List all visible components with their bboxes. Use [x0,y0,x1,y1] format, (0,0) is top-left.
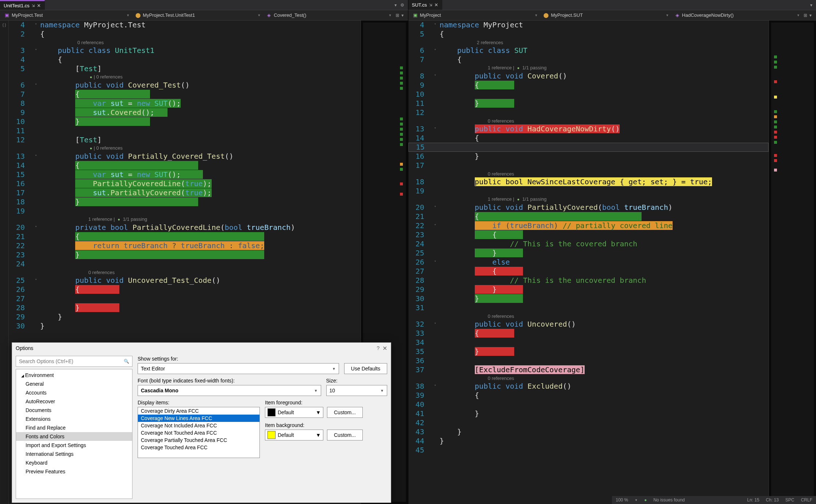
list-item[interactable]: Coverage Not Included Area FCC [138,422,259,429]
tab-bar-left: UnitTest1.cs ⇲ ✕ ▾ ⚙ [0,0,408,10]
chevron-down-icon: ▼ [666,14,669,17]
tab-title-left: UnitTest1.cs [4,3,30,8]
nav-project-combo[interactable]: ▣ MyProject ▼ [411,12,540,18]
chevron-down-icon: ▼ [332,367,336,371]
chevron-down-icon[interactable]: ▼ [635,499,638,502]
tree-item[interactable]: Keyboard [16,458,132,467]
chevron-down-icon[interactable]: ▾ [401,13,404,18]
search-options[interactable]: 🔍 [16,356,132,367]
nav-bar-right: ▣ MyProject ▼ ⬤ MyProject.SUT ▼ ◈ HadCov… [408,10,816,20]
list-item[interactable]: Coverage Dirty Area FCC [138,407,259,415]
list-item[interactable]: Coverage New Lines Area FCC [138,415,259,422]
codelens-refs[interactable]: 0 references [96,74,123,80]
close-icon[interactable]: ✕ [37,3,41,8]
options-tree[interactable]: ◢ Environment General Accounts AutoRecov… [16,369,132,499]
close-icon[interactable]: ✕ [434,2,438,8]
tree-item[interactable]: AutoRecover [16,397,132,406]
use-defaults-button[interactable]: Use Defaults [344,363,387,374]
codelens-passing[interactable]: 1/1 passing [521,196,547,202]
font-combo[interactable]: Cascadia Mono ▼ [138,385,321,396]
display-items-list[interactable]: Coverage Dirty Area FCC Coverage New Lin… [138,407,260,458]
size-combo[interactable]: 10 ▼ [326,385,388,396]
codelens-passing[interactable]: 1/1 passing [521,65,547,70]
tab-bar-right: SUT.cs ⇲ ✕ ▾ [408,0,816,10]
display-items-label: Display items: [138,400,260,405]
tree-item[interactable]: International Settings [16,450,132,458]
bg-color-combo[interactable]: Default ▼ [265,430,323,440]
pass-icon: ● [90,75,92,79]
status-zoom[interactable]: 100 % [616,497,628,503]
dropdown-icon[interactable]: ▾ [394,3,397,8]
tree-item[interactable]: Find and Replace [16,423,132,432]
show-settings-label: Show settings for: [138,356,339,362]
tree-item-environment[interactable]: ◢ Environment [16,371,132,380]
split-icon[interactable]: ⊞ [804,13,807,18]
nav-method-combo[interactable]: ◈ HadCoverageNowDirty() ▼ [673,12,802,18]
status-bar: 100 % ▼ ● No issues found Ln: 15 Ch: 13 … [612,496,816,504]
pass-icon: ● [517,197,520,201]
status-crlf[interactable]: CRLF [801,497,812,503]
tree-item[interactable]: Import and Export Settings [16,441,132,450]
codelens-refs[interactable]: 0 references [96,145,123,151]
nav-method-combo[interactable]: ◈ Covered_Test() ▼ [264,12,394,18]
chevron-down-icon: ▼ [389,14,392,17]
codelens-refs[interactable]: 0 references [37,38,104,47]
search-input[interactable] [19,358,122,364]
split-icon[interactable]: ⊞ [396,13,399,18]
dialog-title: Options [16,345,33,351]
close-icon[interactable]: ✕ [382,345,387,352]
fg-color-combo[interactable]: Default ▼ [265,407,323,418]
font-label: Font (bold type indicates fixed-width fo… [138,378,321,384]
csharp-project-icon: ▣ [4,13,9,18]
codelens-refs[interactable]: 2 references [437,38,503,47]
chevron-down-icon: ▼ [316,432,321,438]
nav-class-combo[interactable]: ⬤ MyProject.SUT ▼ [542,12,671,18]
pin-icon[interactable]: ⇲ [429,3,432,7]
custom-bg-button[interactable]: Custom... [327,430,363,440]
pin-icon[interactable]: ⇲ [32,4,35,8]
pass-icon: ● [90,146,92,150]
dropdown-icon[interactable]: ▾ [810,3,812,8]
tree-item[interactable]: Documents [16,406,132,415]
list-item[interactable]: Coverage Touched Area FCC [138,444,259,451]
codelens-refs[interactable]: 0 references [37,268,115,277]
custom-fg-button[interactable]: Custom... [327,407,363,418]
codelens-refs[interactable]: 1 reference | [488,65,516,70]
chevron-down-icon: ▼ [257,14,261,17]
tree-item[interactable]: Accounts [16,388,132,397]
status-ln[interactable]: Ln: 15 [747,497,759,503]
tree-item-fonts-colors[interactable]: Fonts and Colors [16,432,132,441]
status-issues[interactable]: No issues found [653,497,685,503]
codelens-refs[interactable]: 0 references [437,116,514,126]
options-dialog: Options ? ✕ 🔍 ◢ Environment General Acco… [12,342,391,503]
chevron-down-icon[interactable]: ▾ [809,13,812,18]
pass-icon: ● [517,66,520,70]
breakpoint-margin[interactable]: { } [0,20,9,504]
editor-right[interactable]: 4˅namespace MyProject 5{ 2 references 6˅… [408,20,769,504]
tree-item[interactable]: General [16,380,132,388]
chevron-down-icon: ▼ [126,14,130,17]
list-item[interactable]: Coverage Partially Touched Area FCC [138,436,259,444]
help-icon[interactable]: ? [377,345,380,351]
scrollmap-right[interactable] [769,20,816,504]
fg-label: Item foreground: [265,400,387,405]
gear-icon[interactable]: ⚙ [400,3,404,8]
tab-unittest1[interactable]: UnitTest1.cs ⇲ ✕ [0,0,45,10]
tree-item[interactable]: Extensions [16,415,132,423]
status-spc[interactable]: SPC [785,497,794,503]
tree-item[interactable]: Preview Features [16,467,132,476]
codelens-passing[interactable]: 1/1 passing [122,216,147,222]
chevron-down-icon: ▼ [535,14,538,17]
codelens-refs[interactable]: 0 references [437,312,514,321]
codelens-refs[interactable]: 0 references [437,169,514,178]
codelens-refs[interactable]: 1 reference | [488,196,516,202]
codelens-refs[interactable]: 0 references [437,374,514,383]
status-ch[interactable]: Ch: 13 [766,497,779,503]
nav-project-combo[interactable]: ▣ MyProject.Test ▼ [2,12,132,18]
tab-sut[interactable]: SUT.cs ⇲ ✕ [408,0,442,10]
show-settings-combo[interactable]: Text Editor ▼ [138,363,339,374]
nav-class-combo[interactable]: ⬤ MyProject.Test.UnitTest1 ▼ [133,12,263,18]
list-item[interactable]: Coverage Not Touched Area FCC [138,429,259,436]
size-label: Size: [326,378,388,384]
codelens-refs[interactable]: 1 reference | [88,216,116,222]
